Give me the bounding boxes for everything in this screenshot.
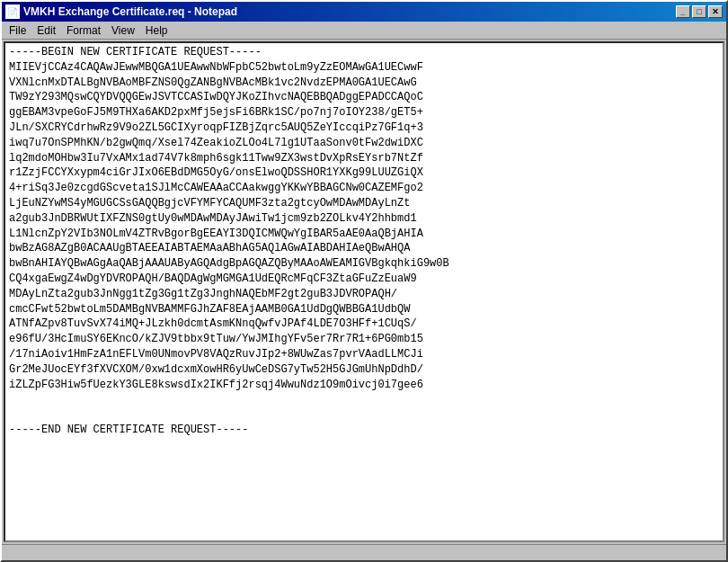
maximize-button[interactable]: □ — [692, 5, 706, 18]
app-icon: 📄 — [5, 4, 20, 19]
title-bar: 📄 VMKH Exchange Certificate.req - Notepa… — [2, 2, 726, 22]
menu-file[interactable]: File — [4, 22, 31, 39]
menu-format[interactable]: Format — [61, 22, 106, 39]
title-bar-buttons: _ □ ✕ — [676, 5, 723, 18]
text-editor-area: -----BEGIN NEW CERTIFICATE REQUEST----- … — [4, 41, 724, 542]
minimize-button[interactable]: _ — [676, 5, 690, 18]
text-editor[interactable]: -----BEGIN NEW CERTIFICATE REQUEST----- … — [5, 43, 723, 540]
window-title: VMKH Exchange Certificate.req - Notepad — [23, 5, 676, 18]
menu-edit[interactable]: Edit — [31, 22, 61, 39]
main-window: 📄 VMKH Exchange Certificate.req - Notepa… — [0, 0, 728, 562]
menu-help[interactable]: Help — [140, 22, 173, 39]
status-bar — [2, 544, 726, 560]
menu-view[interactable]: View — [106, 22, 140, 39]
close-button[interactable]: ✕ — [708, 5, 723, 18]
menu-bar: File Edit Format View Help — [2, 22, 726, 40]
